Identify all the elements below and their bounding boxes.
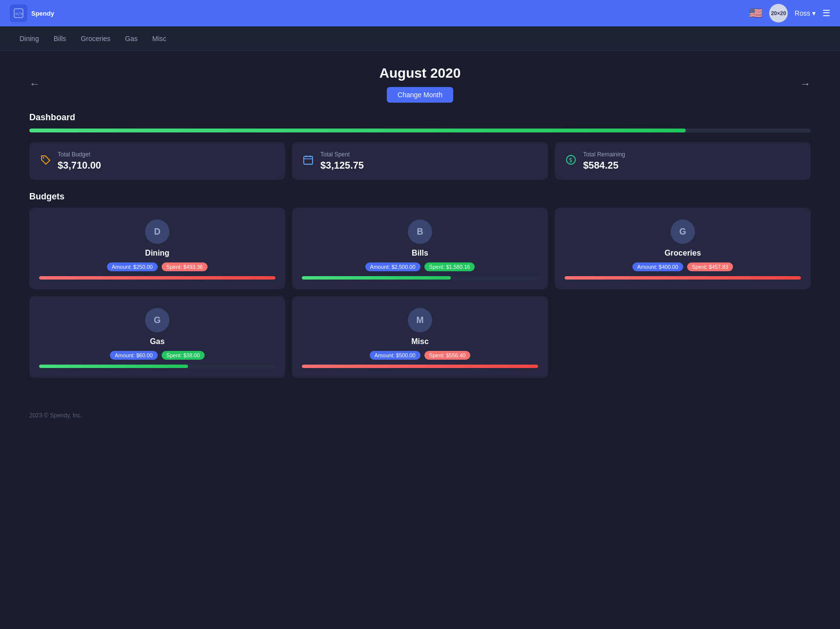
budget-progress-fill-groceries [565, 276, 801, 280]
svg-point-2 [43, 157, 44, 159]
stats-row: Total Budget $3,710.00 Total Spent $3,1 [29, 142, 811, 180]
tag-icon [40, 154, 51, 168]
dashboard-progress-container [29, 129, 811, 132]
badge-amount-groceries: Amount: $400.00 [632, 262, 683, 271]
budget-progress-fill-bills [302, 276, 451, 280]
footer: 2023 © Spendy, Inc. [0, 402, 840, 429]
stat-spent-label: Total Spent [320, 151, 364, 158]
budgets-title: Budgets [29, 192, 811, 202]
dashboard-section: Dashboard Total Budget $3,710.00 [29, 112, 811, 180]
stat-card-budget: Total Budget $3,710.00 [29, 142, 285, 180]
budget-avatar-groceries: G [671, 219, 695, 244]
badge-spent-misc: Spent: $556.40 [424, 351, 471, 360]
budget-avatar-dining: D [145, 219, 169, 244]
nav-item-bills[interactable]: Bills [54, 35, 66, 43]
nav-item-gas[interactable]: Gas [125, 35, 138, 43]
stat-card-spent: Total Spent $3,125.75 [292, 142, 548, 180]
main-content: ← August 2020 Change Month → Dashboard T… [0, 51, 840, 392]
stat-remaining-info: Total Remaining $584.25 [583, 151, 625, 171]
badge-spent-dining: Spent: $493.36 [162, 262, 208, 271]
nav-bar: DiningBillsGroceriesGasMisc [0, 26, 840, 51]
badge-spent-groceries: Spent: $457.83 [687, 262, 734, 271]
budget-progress-fill-dining [39, 276, 275, 280]
svg-text:</>: </> [15, 11, 23, 16]
nav-item-groceries[interactable]: Groceries [81, 35, 110, 43]
budget-name-dining: Dining [145, 249, 169, 258]
budget-avatar-bills: B [408, 219, 432, 244]
logo-container: </> Spendy [10, 4, 54, 22]
budget-badges-dining: Amount: $250.00 Spent: $493.36 [107, 262, 208, 271]
header-right: 🇺🇸 20×20 Ross ▾ ☰ [749, 4, 830, 22]
badge-spent-bills: Spent: $1,580.16 [424, 262, 475, 271]
dollar-icon: $ [566, 154, 576, 168]
budget-card-groceries[interactable]: G Groceries Amount: $400.00 Spent: $457.… [555, 208, 811, 289]
month-title: August 2020 [29, 65, 811, 81]
badge-amount-gas: Amount: $60.00 [110, 351, 158, 360]
badge-spent-gas: Spent: $38.00 [162, 351, 205, 360]
dashboard-progress-bar [29, 129, 686, 132]
user-badge: 20×20 [769, 4, 788, 22]
stat-spent-info: Total Spent $3,125.75 [320, 151, 364, 171]
prev-month-button[interactable]: ← [29, 78, 40, 90]
hamburger-icon[interactable]: ☰ [822, 8, 830, 19]
budget-badges-gas: Amount: $60.00 Spent: $38.00 [110, 351, 205, 360]
budget-badges-misc: Amount: $500.00 Spent: $556.40 [370, 351, 470, 360]
nav-item-dining[interactable]: Dining [20, 35, 39, 43]
budget-progress-dining [39, 276, 275, 280]
budget-card-misc[interactable]: M Misc Amount: $500.00 Spent: $556.40 [292, 296, 548, 378]
budget-card-gas[interactable]: G Gas Amount: $60.00 Spent: $38.00 [29, 296, 285, 378]
budget-name-groceries: Groceries [665, 249, 701, 258]
dashboard-title: Dashboard [29, 112, 811, 123]
budget-progress-bills [302, 276, 538, 280]
budget-card-dining[interactable]: D Dining Amount: $250.00 Spent: $493.36 [29, 208, 285, 289]
stat-spent-value: $3,125.75 [320, 160, 364, 171]
budgets-grid: D Dining Amount: $250.00 Spent: $493.36 … [29, 208, 811, 378]
budget-name-misc: Misc [411, 337, 429, 346]
badge-amount-misc: Amount: $500.00 [370, 351, 420, 360]
calendar-icon [303, 154, 314, 168]
badge-amount-bills: Amount: $2,500.00 [365, 262, 420, 271]
stat-budget-info: Total Budget $3,710.00 [58, 151, 101, 171]
user-name-text: Ross [795, 9, 810, 17]
budget-progress-fill-gas [39, 365, 188, 368]
budget-progress-gas [39, 365, 275, 368]
header: </> Spendy 🇺🇸 20×20 Ross ▾ ☰ [0, 0, 840, 26]
change-month-button[interactable]: Change Month [387, 87, 453, 103]
budget-badges-bills: Amount: $2,500.00 Spent: $1,580.16 [365, 262, 475, 271]
budget-progress-groceries [565, 276, 801, 280]
user-menu[interactable]: Ross ▾ [795, 9, 816, 17]
footer-text: 2023 © Spendy, Inc. [29, 412, 82, 419]
budget-avatar-gas: G [145, 308, 169, 332]
budget-name-bills: Bills [412, 249, 428, 258]
svg-rect-3 [304, 156, 313, 164]
budget-badges-groceries: Amount: $400.00 Spent: $457.83 [632, 262, 733, 271]
stat-budget-value: $3,710.00 [58, 160, 101, 171]
budget-progress-misc [302, 365, 538, 368]
nav-item-misc[interactable]: Misc [152, 35, 167, 43]
chevron-down-icon: ▾ [812, 9, 816, 17]
svg-text:$: $ [569, 157, 572, 164]
budgets-section: Budgets D Dining Amount: $250.00 Spent: … [29, 192, 811, 378]
budget-progress-fill-misc [302, 365, 538, 368]
stat-remaining-label: Total Remaining [583, 151, 625, 158]
budget-name-gas: Gas [150, 337, 165, 346]
next-month-button[interactable]: → [800, 78, 811, 90]
stat-remaining-value: $584.25 [583, 160, 625, 171]
logo-text: Spendy [31, 10, 54, 17]
badge-amount-dining: Amount: $250.00 [107, 262, 158, 271]
stat-card-remaining: $ Total Remaining $584.25 [555, 142, 811, 180]
budget-card-bills[interactable]: B Bills Amount: $2,500.00 Spent: $1,580.… [292, 208, 548, 289]
stat-budget-label: Total Budget [58, 151, 101, 158]
budget-avatar-misc: M [408, 308, 432, 332]
flag-icon: 🇺🇸 [749, 7, 762, 20]
logo-icon: </> [10, 4, 27, 22]
month-header: ← August 2020 Change Month → [29, 65, 811, 103]
